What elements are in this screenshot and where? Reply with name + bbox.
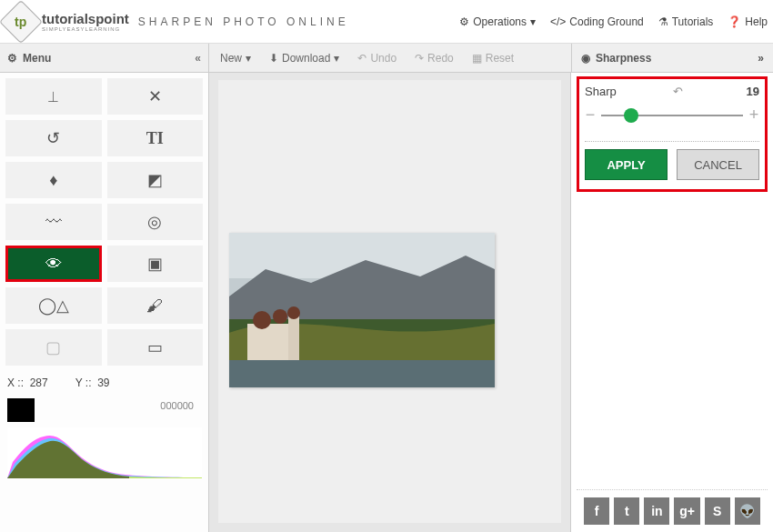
- download-button[interactable]: ⬇Download ▾: [269, 52, 339, 65]
- tool-shape[interactable]: ◯△: [5, 287, 102, 324]
- target-icon: ◎: [147, 212, 162, 232]
- cancel-button[interactable]: CANCEL: [677, 149, 759, 180]
- nav-help[interactable]: ❓Help: [728, 15, 768, 28]
- slider-thumb[interactable]: [624, 108, 638, 123]
- button-row: APPLY CANCEL: [585, 149, 759, 180]
- svg-rect-5: [288, 315, 299, 360]
- menu-icon: ⚙: [7, 52, 17, 65]
- page-title: SHARPEN PHOTO ONLINE: [138, 15, 349, 28]
- expand-icon: ✕: [148, 86, 162, 106]
- social-row: f t in g+ S 👽: [577, 489, 768, 532]
- tool-bounds[interactable]: ▢: [5, 329, 102, 366]
- slider-track[interactable]: [601, 115, 743, 116]
- chevron-right-icon: »: [758, 52, 764, 65]
- share-icon: ⚙: [459, 15, 469, 28]
- redo-icon: ↷: [415, 52, 424, 65]
- crop-icon: ⟂: [48, 87, 58, 106]
- canvas-area[interactable]: [209, 73, 571, 532]
- revert-icon[interactable]: ↶: [673, 85, 683, 98]
- svg-rect-4: [247, 324, 293, 360]
- social-googleplus[interactable]: g+: [674, 497, 699, 525]
- toolbar-actions: New ▾ ⬇Download ▾ ↶Undo ↷Redo ▦Reset: [209, 44, 525, 72]
- tool-text[interactable]: TI: [107, 120, 204, 156]
- menu-toggle[interactable]: ⚙ Menu «: [0, 44, 209, 72]
- coords-readout: X :: 287 Y :: 39: [0, 371, 208, 395]
- svg-point-8: [287, 306, 300, 319]
- coord-y: 39: [97, 376, 109, 389]
- rotate-icon: ↺: [46, 128, 60, 148]
- nav-operations[interactable]: ⚙Operations ▾: [459, 15, 536, 28]
- main: ⟂ ✕ ↺ TI ♦ ◩ 〰 ◎ 👁 ▣ ◯△ 🖌 ▢ ▭ X :: 287 Y…: [0, 73, 773, 532]
- histogram-chart: [7, 427, 202, 478]
- social-linkedin[interactable]: in: [644, 497, 669, 525]
- brand-name: tutorialspoint: [42, 11, 129, 26]
- flask-icon: ⚗: [658, 15, 668, 28]
- svg-rect-3: [229, 360, 495, 387]
- text-icon: TI: [146, 129, 164, 148]
- nav-tutorials[interactable]: ⚗Tutorials: [658, 15, 714, 28]
- tool-image[interactable]: ▣: [107, 246, 204, 282]
- redo-button[interactable]: ↷Redo: [415, 52, 454, 65]
- sharp-row: Sharp ↶ 19: [585, 85, 759, 98]
- coord-x: 287: [30, 376, 48, 389]
- tool-rotate[interactable]: ↺: [5, 120, 102, 156]
- tool-blur[interactable]: ♦: [5, 162, 102, 198]
- reset-icon: ▦: [472, 52, 482, 65]
- tool-brush[interactable]: 🖌: [107, 287, 204, 324]
- sharp-label: Sharp: [585, 85, 617, 98]
- brand-tagline: SIMPLYEASYLEARNING: [42, 26, 129, 32]
- download-icon: ⬇: [269, 52, 278, 65]
- tool-levels[interactable]: ◩: [107, 162, 204, 198]
- tool-frame[interactable]: ▭: [107, 329, 204, 366]
- contrast-icon: ◩: [147, 170, 163, 190]
- logo-icon: tp: [0, 0, 43, 44]
- caret-down-icon: ▾: [246, 52, 251, 65]
- frame-icon: ▭: [147, 337, 163, 357]
- image-preview[interactable]: [229, 233, 495, 387]
- svg-point-6: [253, 311, 271, 329]
- brush-icon: 🖌: [146, 296, 163, 316]
- new-button[interactable]: New ▾: [220, 52, 251, 65]
- caret-down-icon: ▾: [334, 52, 339, 65]
- code-icon: </>: [550, 15, 566, 28]
- tool-crop[interactable]: ⟂: [5, 78, 102, 115]
- help-icon: ❓: [728, 15, 741, 28]
- caret-down-icon: ▾: [530, 15, 536, 28]
- tool-grid: ⟂ ✕ ↺ TI ♦ ◩ 〰 ◎ 👁 ▣ ◯△ 🖌 ▢ ▭: [0, 73, 208, 371]
- drop-icon: ♦: [49, 171, 57, 190]
- social-facebook[interactable]: f: [584, 497, 609, 525]
- reset-button[interactable]: ▦Reset: [472, 52, 514, 65]
- sidebar: ⟂ ✕ ↺ TI ♦ ◩ 〰 ◎ 👁 ▣ ◯△ 🖌 ▢ ▭ X :: 287 Y…: [0, 73, 209, 532]
- sharp-value: 19: [747, 85, 759, 98]
- slider-minus[interactable]: −: [585, 105, 596, 125]
- tool-sharpen[interactable]: 〰: [5, 204, 102, 240]
- eye-icon: 👁: [45, 255, 62, 274]
- divider: [585, 141, 759, 142]
- histo-color-label: 000000: [160, 400, 194, 411]
- brand[interactable]: tp tutorialspoint SIMPLYEASYLEARNING: [5, 6, 129, 37]
- slider-plus[interactable]: +: [748, 105, 759, 125]
- histogram: 000000: [0, 395, 208, 495]
- tool-eye[interactable]: 👁: [5, 246, 102, 282]
- apply-button[interactable]: APPLY: [585, 149, 668, 180]
- social-stumble[interactable]: S: [705, 497, 730, 525]
- social-reddit[interactable]: 👽: [735, 497, 760, 525]
- panel-highlight: Sharp ↶ 19 − + APPLY CANCEL: [577, 76, 768, 192]
- tool-target[interactable]: ◎: [107, 204, 204, 240]
- shapes-icon: ◯△: [38, 296, 69, 316]
- tool-fit[interactable]: ✕: [107, 78, 204, 115]
- social-twitter[interactable]: t: [614, 497, 639, 525]
- bounds-icon: ▢: [45, 337, 61, 357]
- toolbar: ⚙ Menu « New ▾ ⬇Download ▾ ↶Undo ↷Redo ▦…: [0, 44, 773, 73]
- undo-icon: ↶: [357, 52, 366, 65]
- svg-point-7: [273, 309, 287, 324]
- chevron-left-icon: «: [195, 52, 201, 65]
- nav-coding-ground[interactable]: </>Coding Ground: [550, 15, 644, 28]
- sharpness-panel: Sharp ↶ 19 − + APPLY CANCEL f t in g+: [571, 73, 773, 532]
- sharp-slider: − +: [585, 105, 759, 125]
- image-icon: ▣: [147, 254, 163, 274]
- wave-icon: 〰: [45, 213, 62, 232]
- top-bar: tp tutorialspoint SIMPLYEASYLEARNING SHA…: [0, 0, 773, 44]
- undo-button[interactable]: ↶Undo: [357, 52, 397, 65]
- sharpness-panel-toggle[interactable]: ◉ Sharpness »: [571, 44, 773, 72]
